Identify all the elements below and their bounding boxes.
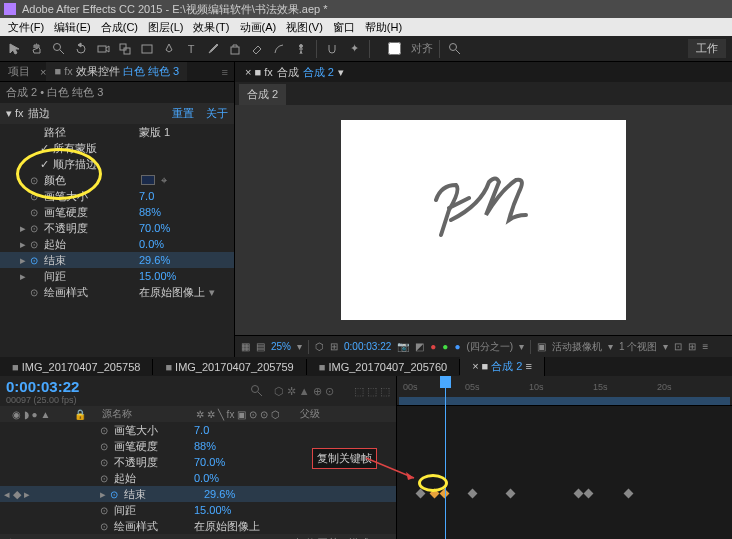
menu-file[interactable]: 文件(F)	[4, 19, 48, 36]
pen-tool[interactable]	[160, 40, 178, 58]
zoom-tool[interactable]	[50, 40, 68, 58]
chevron-down-icon[interactable]: ▾	[209, 286, 215, 299]
clr-icon[interactable]: ●	[430, 341, 436, 352]
fx-toggle-icon[interactable]: ▾ fx	[6, 107, 24, 120]
timeline-footer: ⬡ ⊞ ✲ 切换开关 / 模式	[0, 534, 396, 539]
calligraphy-stroke	[341, 120, 626, 320]
panel-menu-icon[interactable]: ≡	[222, 66, 228, 78]
eyedropper-icon[interactable]: ⌖	[161, 174, 167, 187]
svg-rect-2	[120, 44, 126, 50]
tl-brush-size: 画笔大小	[114, 423, 194, 438]
zoom-level[interactable]: 25%	[271, 341, 291, 352]
toggle-switches[interactable]: 切换开关 / 模式	[295, 536, 370, 540]
composition-panel: × ■ fx 合成 合成 2 ▾ 合成 2 ▦ ▤ 25%▾ ⬡ ⊞ 0:00:…	[234, 62, 732, 357]
guides-icon[interactable]: ▤	[256, 341, 265, 352]
brush-tool[interactable]	[204, 40, 222, 58]
current-time[interactable]: 0:00:03:22	[6, 378, 79, 395]
tab-project[interactable]: 项目	[0, 62, 38, 81]
keyframe[interactable]	[574, 489, 584, 499]
3d-icon[interactable]: ▣	[537, 341, 546, 352]
pan-behind-tool[interactable]	[116, 40, 134, 58]
menu-animation[interactable]: 动画(A)	[236, 19, 281, 36]
menu-effect[interactable]: 效果(T)	[189, 19, 233, 36]
fx-reset-link[interactable]: 重置	[172, 106, 194, 121]
snap-2-icon[interactable]: ✦	[345, 40, 363, 58]
roto-tool[interactable]	[270, 40, 288, 58]
tab-composition[interactable]: × ■ fx 合成 合成 2 ▾	[235, 63, 354, 82]
v2-icon[interactable]: ⊞	[688, 341, 696, 352]
keyframe[interactable]	[624, 489, 634, 499]
viewer-controls: ▦ ▤ 25%▾ ⬡ ⊞ 0:00:03:22 📷 ◩ ●●● (四分之一)▾ …	[235, 335, 732, 357]
text-tool[interactable]: T	[182, 40, 200, 58]
prop-paint-style: 绘画样式	[44, 285, 139, 300]
search-icon[interactable]	[446, 40, 464, 58]
color-swatch[interactable]	[141, 175, 155, 185]
camera-tool[interactable]	[94, 40, 112, 58]
v1-icon[interactable]: ⊡	[674, 341, 682, 352]
fx-about-link[interactable]: 关于	[206, 106, 228, 121]
keyframe[interactable]	[506, 489, 516, 499]
svg-rect-4	[142, 45, 152, 53]
menu-help[interactable]: 帮助(H)	[361, 19, 406, 36]
menu-window[interactable]: 窗口	[329, 19, 359, 36]
canvas	[341, 120, 626, 320]
check-icon[interactable]: ✓	[40, 142, 49, 155]
viewer-time[interactable]: 0:00:03:22	[344, 341, 391, 352]
col-source[interactable]: 源名称	[102, 407, 132, 421]
channel-icon[interactable]: ⬡	[315, 341, 324, 352]
workspace-button[interactable]: 工作	[688, 39, 726, 58]
tl-end: 结束	[124, 487, 204, 502]
check-icon[interactable]: ✓	[40, 158, 49, 171]
prop-seq-stroke: 顺序描边	[53, 157, 97, 172]
comp-tabs: × ■ fx 合成 合成 2 ▾	[235, 62, 732, 82]
current-time-indicator[interactable]	[445, 376, 446, 539]
effect-controls-panel: 项目 × ■ fx 效果控件 白色 纯色 3 ≡ 合成 2 • 白色 纯色 3 …	[0, 62, 234, 357]
view-count[interactable]: 1 个视图	[619, 340, 657, 354]
fx-name[interactable]: 描边	[28, 106, 50, 121]
col-parent[interactable]: 父级	[300, 407, 320, 421]
menu-layer[interactable]: 图层(L)	[144, 19, 187, 36]
timeline-tab[interactable]: ■ IMG_20170407_205760	[307, 359, 460, 375]
prop-brush-size: 画笔大小	[44, 189, 139, 204]
viewer[interactable]	[235, 105, 732, 335]
clone-tool[interactable]	[226, 40, 244, 58]
align-checkbox[interactable]	[388, 42, 401, 55]
selection-tool[interactable]	[6, 40, 24, 58]
camera-select[interactable]: 活动摄像机	[552, 340, 602, 354]
roi-icon[interactable]: ◩	[415, 341, 424, 352]
menu-composition[interactable]: 合成(C)	[97, 19, 142, 36]
keyframe[interactable]	[468, 489, 478, 499]
rect-tool[interactable]	[138, 40, 156, 58]
snap-icon[interactable]	[323, 40, 341, 58]
timeline-graph[interactable]: 00s 05s 10s 15s 20s	[396, 376, 732, 539]
hand-tool[interactable]	[28, 40, 46, 58]
menu-edit[interactable]: 编辑(E)	[50, 19, 95, 36]
v3-icon[interactable]: ≡	[702, 341, 708, 352]
keyframe-selected[interactable]	[430, 489, 440, 499]
work-area-bar[interactable]	[399, 397, 730, 405]
layer-path: 合成 2 • 白色 纯色 3	[0, 82, 234, 103]
grid-icon[interactable]: ▦	[241, 341, 250, 352]
fx-properties: 路径蒙版 1 ✓所有蒙版 ✓顺序描边 ⊙颜色⌖ ⊙画笔大小7.0 ⊙画笔硬度88…	[0, 124, 234, 300]
timeline-tab-active[interactable]: × ■ 合成 2 ≡	[460, 357, 545, 376]
tab-effect-controls[interactable]: ■ fx 效果控件 白色 纯色 3	[46, 62, 187, 81]
menu-bar: 文件(F) 编辑(E) 合成(C) 图层(L) 效果(T) 动画(A) 视图(V…	[0, 18, 732, 36]
keyframe[interactable]	[416, 489, 426, 499]
resolution-select[interactable]: (四分之一)	[466, 340, 513, 354]
prop-end: 结束	[44, 253, 139, 268]
keyframe-nav[interactable]: ◂ ◆ ▸	[4, 488, 30, 501]
keyframe[interactable]	[584, 489, 594, 499]
prop-spacing: 间距	[44, 269, 139, 284]
timeline-tab[interactable]: ■ IMG_20170407_205758	[0, 359, 153, 375]
svg-point-8	[251, 386, 258, 393]
toolbar: T ✦ 对齐 工作	[0, 36, 732, 62]
comp-name-chip[interactable]: 合成 2	[239, 84, 286, 105]
snapshot-icon[interactable]: 📷	[397, 341, 409, 352]
timeline-tab[interactable]: ■ IMG_20170407_205759	[153, 359, 306, 375]
res-icon[interactable]: ⊞	[330, 341, 338, 352]
eraser-tool[interactable]	[248, 40, 266, 58]
rotate-tool[interactable]	[72, 40, 90, 58]
puppet-tool[interactable]	[292, 40, 310, 58]
search-icon[interactable]	[250, 384, 264, 398]
menu-view[interactable]: 视图(V)	[282, 19, 327, 36]
